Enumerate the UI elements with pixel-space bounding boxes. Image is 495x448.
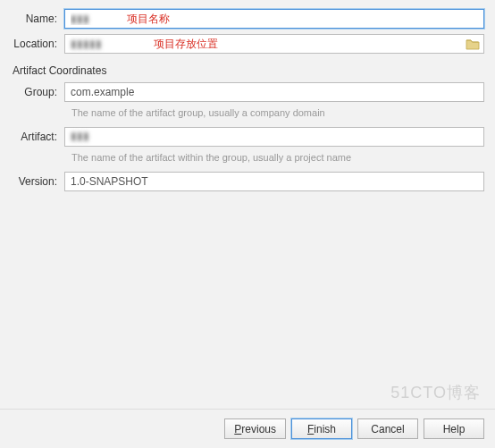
group-hint: The name of the artifact group, usually … (71, 107, 484, 118)
dialog-footer: Previous Finish Cancel Help (0, 409, 495, 448)
artifact-input[interactable]: ▮▮▮ (64, 127, 484, 147)
version-input[interactable] (64, 172, 484, 191)
artifact-coordinates-title: Artifact Coordinates (13, 61, 484, 77)
artifact-hint: The name of the artifact within the grou… (71, 152, 484, 163)
new-project-dialog: Name: 项目名称 document.querySelector('[data… (0, 0, 495, 448)
cancel-button[interactable]: Cancel (357, 418, 418, 439)
group-input[interactable] (64, 82, 484, 102)
name-input[interactable] (64, 9, 484, 29)
help-button[interactable]: Help (424, 418, 484, 439)
name-label: Name: (11, 13, 64, 25)
location-label: Location: (11, 38, 64, 50)
artifact-label: Artifact: (11, 131, 64, 143)
previous-button[interactable]: Previous (224, 418, 286, 439)
finish-button[interactable]: Finish (291, 418, 352, 439)
version-label: Version: (11, 175, 64, 188)
group-label: Group: (11, 86, 64, 98)
location-input[interactable]: ▮▮▮▮▮ (64, 34, 484, 54)
browse-folder-icon[interactable] (466, 38, 480, 50)
dialog-content: Name: 项目名称 document.querySelector('[data… (0, 0, 495, 409)
